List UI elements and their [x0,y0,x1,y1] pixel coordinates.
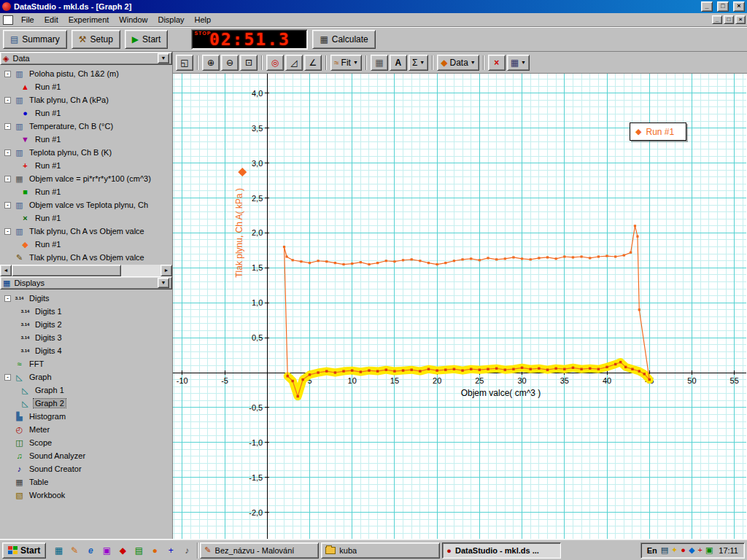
task-datastudio-mkl-ds[interactable]: ●DataStudio - mkl.ds ... [442,542,561,559]
axis-handle-diamond-icon[interactable] [238,168,247,176]
menu-file[interactable]: File [16,14,39,26]
menu-edit[interactable]: Edit [39,14,63,26]
mdi-minimize-button[interactable]: _ [712,15,722,24]
data-child-run-1[interactable]: ×Run #1 [0,211,172,225]
data-item-temperature-ch-b-c[interactable]: -▥Temperature, Ch B (°C) [0,120,172,133]
x-axis-label[interactable]: Objem valce( cm^3 ) [461,388,541,398]
summary-button[interactable]: ▤ Summary [3,30,67,49]
displays-child-graph-2[interactable]: ◺Graph 2 [0,397,172,410]
displays-item-histogram[interactable]: ▙Histogram [0,410,172,423]
zoom-select-button[interactable]: ⊡ [240,55,258,71]
settings-menu-button[interactable]: ▦▼ [507,55,530,71]
fit-menu-button[interactable]: ≈Fit▼ [330,55,362,71]
menu-help[interactable]: Help [190,14,217,26]
calculator-button[interactable]: ▦ [371,55,388,71]
expand-box-icon[interactable]: - [4,228,11,235]
displays-child-digits-2[interactable]: 3.14Digits 2 [0,318,172,331]
data-item-teplota-plynu-ch-b-k[interactable]: -▥Teplota plynu, Ch B (K) [0,146,172,159]
displays-item-digits[interactable]: -3.14Digits [0,292,172,305]
data-item-poloha-pistu-ch-1-2-m[interactable]: -▥Poloha pistu, Ch 1&2 (m) [0,67,172,80]
y-axis-label[interactable]: Tlak plynu, Ch A( kPa ) [234,188,244,278]
displays-item-table[interactable]: ▦Table [0,475,172,489]
scale-to-fit-button[interactable]: ◱ [176,55,193,71]
task-bez-n-zvu-malov-n[interactable]: ✎Bez_názvu - Malování [200,542,319,559]
data-item-objem-valce-pi-r-r-y-100-cm-3[interactable]: -▦Objem valce = pi*r*r*y*100 (cm^3) [0,172,172,185]
smart-tool-button[interactable]: ◎ [266,55,284,71]
displays-child-digits-3[interactable]: 3.14Digits 3 [0,331,172,344]
tray-icon-5[interactable]: + [697,545,702,555]
delete-button[interactable]: × [488,55,506,71]
menu-display[interactable]: Display [152,14,189,26]
graph-canvas[interactable]: -10-5510152025303540455055-2,0-1,5-1,0-0… [173,74,746,539]
setup-button[interactable]: ⚒ Setup [71,30,120,49]
data-child-run-1[interactable]: ▲Run #1 [0,80,172,93]
quicklaunch-icon-2[interactable]: ✎ [69,545,80,556]
tray-icon-3[interactable]: ● [681,545,686,555]
statistics-menu-button[interactable]: Σ▼ [409,55,428,71]
displays-item-meter[interactable]: ◴Meter [0,423,172,436]
data-menu-button[interactable]: ◆Data▼ [437,55,479,71]
tray-icon-2[interactable]: ✦ [671,545,678,555]
displays-item-graph[interactable]: -◺Graph [0,370,172,384]
calculate-button[interactable]: ▦ Calculate [312,30,375,49]
scrollbar-thumb[interactable] [12,265,121,276]
data-child-run-1[interactable]: ◆Run #1 [0,238,172,251]
tray-icon-6[interactable]: ▣ [705,545,713,555]
displays-item-sound-analyzer[interactable]: ♫Sound Analyzer [0,449,172,462]
quicklaunch-icon-6[interactable]: ▤ [133,545,144,556]
start-button[interactable]: ▶ Start [125,30,169,49]
displays-item-fft[interactable]: ≈FFT [0,357,172,370]
quicklaunch-icon-3[interactable]: e [85,545,96,556]
start-menu-button[interactable]: Start [2,542,46,559]
quicklaunch-icon-9[interactable]: ♪ [181,545,193,556]
zoom-out-button[interactable]: ⊖ [221,55,239,71]
text-note-button[interactable]: A [390,55,407,71]
data-child-run-1[interactable]: +Run #1 [0,159,172,172]
close-button[interactable]: × [733,1,745,12]
displays-item-sound-creator[interactable]: ♪Sound Creator [0,462,172,475]
quicklaunch-icon-4[interactable]: ▣ [101,545,112,556]
expand-box-icon[interactable]: - [4,123,11,130]
document-icon[interactable] [3,15,13,25]
displays-item-workbook[interactable]: ▧Workbook [0,489,172,502]
plot-area[interactable]: -10-5510152025303540455055-2,0-1,5-1,0-0… [173,74,747,540]
expand-box-icon[interactable]: - [4,374,11,381]
zoom-in-button[interactable]: ⊕ [202,55,220,71]
tray-icon-1[interactable]: ▤ [661,545,668,555]
data-panel-dropdown-icon[interactable]: ▼ [158,53,169,63]
legend-box[interactable]: ◆ Run #1 [630,122,686,141]
scroll-left-icon[interactable]: ◄ [0,265,12,276]
menu-experiment[interactable]: Experiment [63,14,115,26]
expand-box-icon[interactable]: - [4,295,11,302]
displays-child-digits-1[interactable]: 3.14Digits 1 [0,305,172,318]
task-kuba[interactable]: kuba [321,542,440,559]
quicklaunch-icon-7[interactable]: ● [149,545,160,556]
data-item-tlak-plynu-ch-a-kpa[interactable]: -▥Tlak plynu, Ch A (kPa) [0,93,172,106]
displays-child-digits-4[interactable]: 3.14Digits 4 [0,344,172,357]
data-child-run-1[interactable]: ▼Run #1 [0,133,172,146]
quicklaunch-icon-1[interactable]: ▦ [53,545,64,556]
expand-box-icon[interactable]: - [4,149,11,156]
mdi-restore-button[interactable]: □ [724,15,734,24]
mdi-close-button[interactable]: × [735,15,746,24]
displays-panel-dropdown-icon[interactable]: ▼ [158,278,169,288]
data-tree-hscrollbar[interactable]: ◄ ► [0,265,172,276]
data-item-tlak-plynu-ch-a-vs-objem-valce[interactable]: ✎Tlak plynu, Ch A vs Objem valce [0,251,172,264]
quicklaunch-icon-8[interactable]: + [165,545,177,556]
expand-box-icon[interactable]: - [4,97,11,104]
expand-box-icon[interactable]: - [4,71,11,77]
expand-box-icon[interactable]: - [4,176,11,182]
note-tool-button[interactable]: ∠ [304,55,322,71]
expand-box-icon[interactable]: - [4,202,11,209]
tray-icon-4[interactable]: ◆ [689,545,694,555]
data-item-objem-valce-vs-teplota-plynu-ch[interactable]: -▥Objem valce vs Teplota plynu, Ch [0,198,172,211]
data-item-tlak-plynu-ch-a-vs-objem-valce[interactable]: -▥Tlak plynu, Ch A vs Objem valce [0,225,172,238]
language-indicator[interactable]: En [647,546,657,555]
scroll-right-icon[interactable]: ► [160,265,172,276]
maximize-button[interactable]: □ [717,1,729,12]
displays-child-graph-1[interactable]: ◺Graph 1 [0,384,172,397]
minimize-button[interactable]: _ [701,1,713,12]
displays-item-scope[interactable]: ◫Scope [0,436,172,449]
data-child-run-1[interactable]: ●Run #1 [0,106,172,120]
quicklaunch-icon-5[interactable]: ◆ [117,545,128,556]
